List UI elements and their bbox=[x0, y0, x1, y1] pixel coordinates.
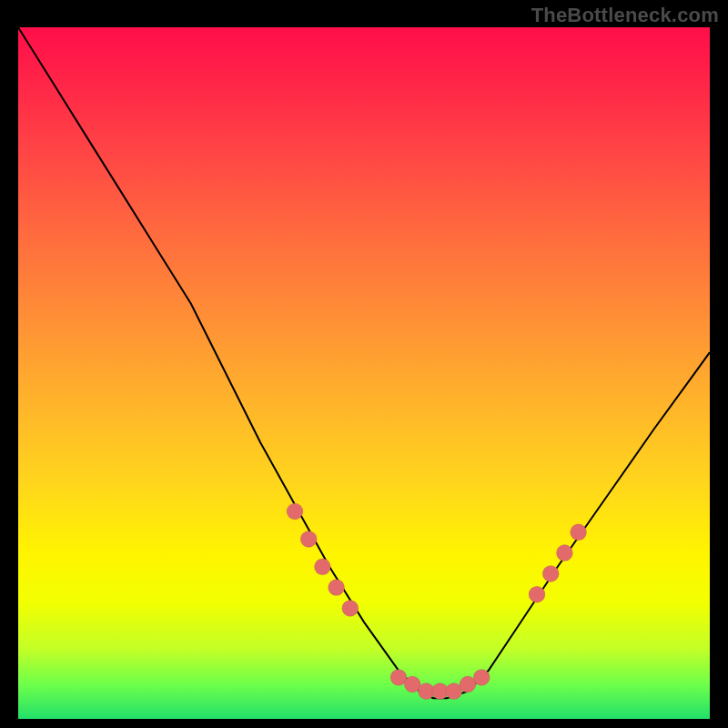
highlight-dots-group bbox=[287, 503, 587, 700]
highlight-dot bbox=[300, 531, 317, 547]
highlight-dot bbox=[556, 545, 572, 561]
highlight-dot bbox=[329, 580, 345, 596]
highlight-dot bbox=[314, 559, 330, 575]
highlight-dot bbox=[287, 503, 303, 520]
highlight-dot bbox=[529, 586, 545, 602]
chart-svg bbox=[18, 27, 710, 719]
highlight-dot bbox=[571, 524, 587, 541]
highlight-dot bbox=[542, 565, 559, 581]
highlight-dot bbox=[342, 600, 359, 616]
chart-frame: TheBottleneck.com bbox=[0, 0, 728, 728]
highlight-dot bbox=[473, 669, 490, 685]
plot-area bbox=[18, 27, 710, 719]
watermark-text: TheBottleneck.com bbox=[531, 4, 719, 27]
bottleneck-curve bbox=[18, 27, 710, 698]
